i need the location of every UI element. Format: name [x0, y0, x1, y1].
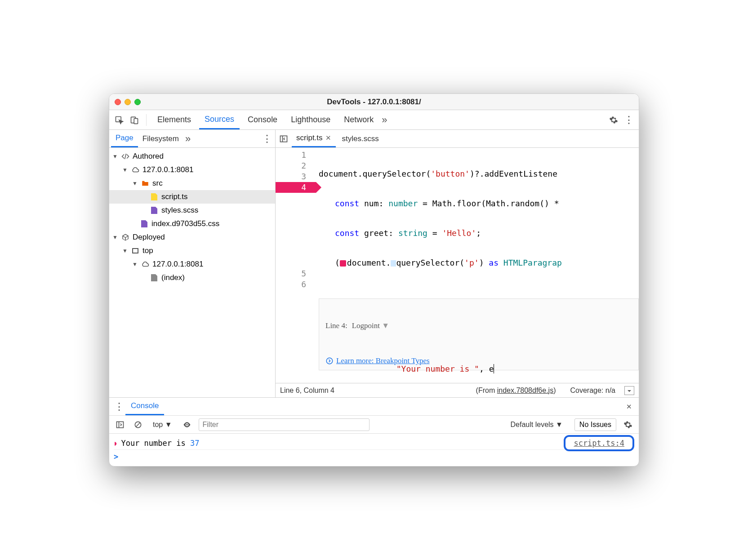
sourcemap-link[interactable]: index.7808df6e.js: [497, 387, 553, 394]
execution-context-select[interactable]: top ▼: [150, 419, 175, 430]
sourcemap-origin: (From index.7808df6e.js): [476, 387, 556, 395]
code-token: =: [427, 228, 442, 238]
tree-label: 127.0.0.1:8081: [142, 165, 193, 174]
file-tree: ▼ Authored ▼ 127.0.0.1:8081 ▼: [109, 148, 275, 397]
logpoint-badge-icon: ◗: [114, 440, 117, 447]
issues-button[interactable]: No Issues: [574, 418, 616, 431]
code-token: (: [335, 258, 340, 267]
tab-console[interactable]: Console: [242, 110, 283, 129]
file-tab-label: styles.scss: [342, 134, 379, 143]
folder-icon: [141, 179, 150, 188]
logpoint-line-label: Line 4:: [325, 321, 347, 330]
nav-tabs-overflow-icon[interactable]: »: [185, 133, 191, 145]
drawer-tab-console[interactable]: Console: [125, 398, 164, 415]
close-drawer-icon[interactable]: ✕: [623, 400, 635, 413]
code-token: document.querySelector(: [319, 169, 431, 178]
tree-label: index.d9703d55.css: [151, 219, 219, 228]
prompt-icon: >: [114, 452, 118, 461]
console-log-row[interactable]: ◗ Your number is 37 script.ts:4: [114, 436, 634, 450]
inspect-element-icon[interactable]: [113, 114, 125, 126]
file-tab-styles[interactable]: styles.scss: [338, 130, 383, 147]
link-label: Learn more: Breakpoint Types: [336, 356, 430, 365]
svg-rect-2: [134, 118, 138, 124]
tab-elements[interactable]: Elements: [152, 110, 196, 129]
tree-top[interactable]: ▼ top: [109, 244, 275, 258]
editor-panel: script.ts ✕ styles.scss 1 2 3 4 5 6: [276, 130, 639, 397]
logpoint-marker[interactable]: 4: [276, 182, 316, 193]
device-toggle-icon[interactable]: [128, 114, 141, 126]
highlighted-region: script.ts:4: [564, 435, 634, 451]
document-icon: [150, 273, 159, 282]
console-output: ◗ Your number is 37 script.ts:4 >: [109, 434, 639, 466]
tab-sources[interactable]: Sources: [199, 110, 240, 129]
tree-index[interactable]: (index): [109, 271, 275, 284]
tab-lighthouse[interactable]: Lighthouse: [285, 110, 336, 129]
breakpoint-learn-more-link[interactable]: Learn more: Breakpoint Types: [325, 356, 430, 365]
code-token: ): [479, 258, 489, 267]
svg-point-5: [326, 358, 333, 364]
coverage-label: Coverage: n/a: [570, 387, 615, 395]
editor-status-bar: Line 6, Column 4 (From index.7808df6e.js…: [276, 383, 639, 397]
close-tab-icon[interactable]: ✕: [325, 134, 331, 142]
tree-host[interactable]: ▼ 127.0.0.1:8081: [109, 163, 275, 177]
line-number[interactable]: 3: [276, 171, 306, 182]
tree-host-deployed[interactable]: ▼ 127.0.0.1:8081: [109, 258, 275, 271]
code-token: document.: [347, 258, 391, 267]
tree-file-script[interactable]: script.ts: [109, 190, 275, 204]
console-prompt-row[interactable]: >: [114, 450, 634, 463]
code-token: num:: [359, 199, 388, 208]
tabs-overflow-icon[interactable]: »: [382, 114, 387, 126]
editor-tabs: script.ts ✕ styles.scss: [276, 130, 639, 148]
code-token: querySelector(: [396, 258, 464, 267]
svg-line-9: [136, 422, 140, 427]
nav-tab-page[interactable]: Page: [111, 130, 138, 147]
code-token: "Your number is ": [396, 364, 479, 373]
file-tab-script[interactable]: script.ts ✕: [292, 130, 336, 147]
console-filter-input[interactable]: [199, 418, 370, 431]
tree-label: (index): [161, 273, 185, 282]
tree-deployed[interactable]: ▼ Deployed: [109, 231, 275, 244]
tree-label: script.ts: [161, 192, 188, 201]
code-token: 'p': [464, 258, 479, 267]
tab-network[interactable]: Network: [338, 110, 379, 129]
code-content[interactable]: document.querySelector('button')?.addEve…: [316, 148, 639, 383]
tree-label: src: [152, 179, 163, 188]
tree-file-styles[interactable]: styles.scss: [109, 204, 275, 217]
line-number[interactable]: 6: [276, 279, 306, 290]
tree-src-folder[interactable]: ▼ src: [109, 177, 275, 190]
console-drawer: ⋮ Console ✕ top ▼ Default levels ▼ No Is…: [109, 397, 639, 466]
settings-gear-icon[interactable]: [607, 114, 620, 126]
code-token: number: [388, 199, 418, 208]
tree-file-indexcss[interactable]: index.d9703d55.css: [109, 217, 275, 231]
clear-console-icon[interactable]: [132, 418, 144, 431]
code-token: as: [489, 258, 499, 267]
live-expression-icon[interactable]: [181, 418, 193, 431]
code-token: 'button': [431, 169, 470, 178]
code-icon: [121, 152, 130, 161]
console-settings-icon[interactable]: [622, 418, 634, 431]
nav-kebab-icon[interactable]: ⋮: [261, 133, 273, 145]
cursor-position: Line 6, Column 4: [280, 387, 334, 395]
drawer-kebab-icon[interactable]: ⋮: [113, 400, 125, 413]
breakpoint-type-select[interactable]: Logpoint ▼: [352, 321, 389, 330]
line-number[interactable]: 5: [276, 268, 306, 279]
file-tab-label: script.ts: [296, 133, 323, 142]
package-icon: [121, 233, 130, 242]
cloud-icon: [141, 260, 150, 269]
code-token: greet:: [359, 228, 398, 238]
code-editor[interactable]: 1 2 3 4 5 6 document.querySelector('butt…: [276, 148, 639, 383]
show-coverage-icon[interactable]: [624, 386, 634, 395]
frame-icon: [131, 246, 140, 255]
log-source-link[interactable]: script.ts:4: [569, 438, 629, 449]
toggle-navigator-icon[interactable]: [277, 133, 290, 145]
log-levels-select[interactable]: Default levels ▼: [511, 421, 563, 429]
line-number[interactable]: 1: [276, 150, 306, 160]
code-token: ;: [476, 228, 481, 238]
kebab-menu-icon[interactable]: ⋮: [623, 114, 635, 126]
devtools-window: DevTools - 127.0.0.1:8081/ Elements Sour…: [109, 93, 639, 467]
nav-tab-filesystem[interactable]: Filesystem: [138, 130, 183, 147]
svg-rect-6: [117, 422, 124, 427]
tree-authored[interactable]: ▼ Authored: [109, 150, 275, 163]
line-number[interactable]: 2: [276, 160, 306, 171]
show-console-sidebar-icon[interactable]: [114, 418, 126, 431]
